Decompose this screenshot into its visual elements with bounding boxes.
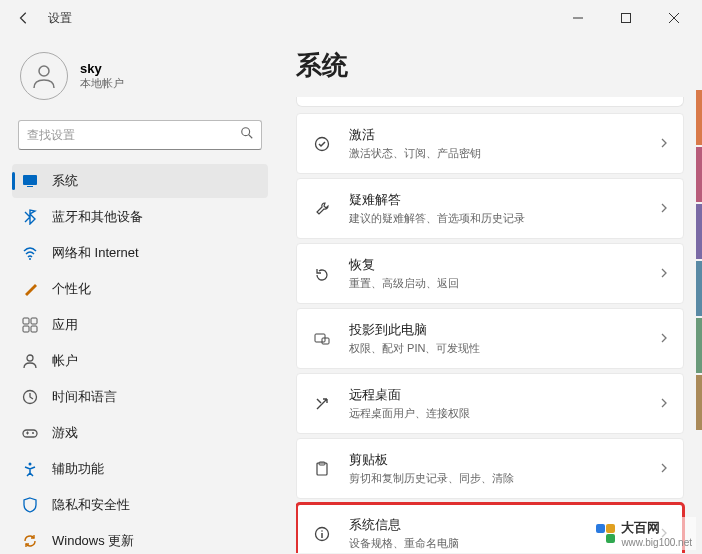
svg-rect-16 xyxy=(23,430,37,437)
maximize-button[interactable] xyxy=(606,4,646,32)
setting-card-activation[interactable]: 激活 激活状态、订阅、产品密钥 xyxy=(296,113,684,174)
svg-point-25 xyxy=(321,530,323,532)
settings-list[interactable]: 激活 激活状态、订阅、产品密钥 疑难解答 建议的疑难解答、首选项和历史记录 恢复… xyxy=(296,97,698,553)
card-overflow-stub xyxy=(296,97,684,107)
card-subtitle: 激活状态、订阅、产品密钥 xyxy=(349,146,643,161)
svg-point-17 xyxy=(32,432,34,434)
svg-rect-7 xyxy=(23,175,37,185)
svg-rect-13 xyxy=(31,326,37,332)
card-subtitle: 建议的疑难解答、首选项和历史记录 xyxy=(349,211,643,226)
card-title: 投影到此电脑 xyxy=(349,321,643,339)
sidebar-item-label: 游戏 xyxy=(52,424,78,442)
decorative-edge xyxy=(696,90,702,432)
minimize-button[interactable] xyxy=(558,4,598,32)
svg-rect-10 xyxy=(23,318,29,324)
clock-icon xyxy=(22,389,38,405)
svg-rect-11 xyxy=(31,318,37,324)
sidebar-item-gaming[interactable]: 游戏 xyxy=(12,416,268,450)
user-profile[interactable]: sky 本地帐户 xyxy=(12,44,268,116)
card-title: 恢复 xyxy=(349,256,643,274)
card-subtitle: 重置、高级启动、返回 xyxy=(349,276,643,291)
svg-point-4 xyxy=(39,66,49,76)
svg-point-5 xyxy=(242,128,250,136)
sidebar-item-label: Windows 更新 xyxy=(52,532,134,550)
sidebar-item-label: 隐私和安全性 xyxy=(52,496,130,514)
chevron-right-icon xyxy=(659,462,669,476)
sidebar-item-label: 辅助功能 xyxy=(52,460,104,478)
sidebar-item-label: 应用 xyxy=(52,316,78,334)
chevron-right-icon xyxy=(659,267,669,281)
svg-point-14 xyxy=(27,355,33,361)
chevron-right-icon xyxy=(659,202,669,216)
bluetooth-icon xyxy=(22,209,38,225)
sidebar-item-accessibility[interactable]: 辅助功能 xyxy=(12,452,268,486)
card-subtitle: 权限、配对 PIN、可发现性 xyxy=(349,341,643,356)
chevron-right-icon xyxy=(659,397,669,411)
user-name: sky xyxy=(80,61,124,76)
svg-point-9 xyxy=(29,258,31,260)
monitor-icon xyxy=(22,173,38,189)
recovery-icon xyxy=(311,266,333,282)
search-input[interactable] xyxy=(18,120,262,150)
page-title: 系统 xyxy=(296,48,698,83)
setting-card-recovery[interactable]: 恢复 重置、高级启动、返回 xyxy=(296,243,684,304)
shield-icon xyxy=(22,497,38,513)
wrench-icon xyxy=(311,201,333,217)
search-icon xyxy=(240,126,254,144)
svg-rect-12 xyxy=(23,326,29,332)
window-title: 设置 xyxy=(48,10,72,27)
setting-card-remote[interactable]: 远程桌面 远程桌面用户、连接权限 xyxy=(296,373,684,434)
card-title: 疑难解答 xyxy=(349,191,643,209)
brush-icon xyxy=(22,281,38,297)
remote-icon xyxy=(311,396,333,412)
close-button[interactable] xyxy=(654,4,694,32)
project-icon xyxy=(311,331,333,347)
chevron-right-icon xyxy=(659,332,669,346)
sidebar-item-label: 时间和语言 xyxy=(52,388,117,406)
sidebar-item-personalization[interactable]: 个性化 xyxy=(12,272,268,306)
svg-point-18 xyxy=(29,463,32,466)
card-subtitle: 远程桌面用户、连接权限 xyxy=(349,406,643,421)
setting-card-clipboard[interactable]: 剪贴板 剪切和复制历史记录、同步、清除 xyxy=(296,438,684,499)
sidebar-item-network[interactable]: 网络和 Internet xyxy=(12,236,268,270)
game-icon xyxy=(22,425,38,441)
sidebar-item-label: 蓝牙和其他设备 xyxy=(52,208,143,226)
svg-line-6 xyxy=(249,135,253,139)
sidebar-item-apps[interactable]: 应用 xyxy=(12,308,268,342)
check-circle-icon xyxy=(311,136,333,152)
setting-card-project[interactable]: 投影到此电脑 权限、配对 PIN、可发现性 xyxy=(296,308,684,369)
clipboard-icon xyxy=(311,461,333,477)
sidebar-item-label: 网络和 Internet xyxy=(52,244,139,262)
wifi-icon xyxy=(22,245,38,261)
card-title: 远程桌面 xyxy=(349,386,643,404)
sidebar-item-label: 系统 xyxy=(52,172,78,190)
update-icon xyxy=(22,533,38,549)
user-account-type: 本地帐户 xyxy=(80,76,124,91)
card-title: 激活 xyxy=(349,126,643,144)
sidebar-item-privacy[interactable]: 隐私和安全性 xyxy=(12,488,268,522)
sidebar-item-update[interactable]: Windows 更新 xyxy=(12,524,268,554)
sidebar-item-bluetooth[interactable]: 蓝牙和其他设备 xyxy=(12,200,268,234)
chevron-right-icon xyxy=(659,137,669,151)
svg-rect-8 xyxy=(27,186,33,187)
back-button[interactable] xyxy=(8,2,40,34)
svg-rect-1 xyxy=(622,14,631,23)
watermark: 大百网 www.big100.net xyxy=(592,517,696,550)
card-title: 剪贴板 xyxy=(349,451,643,469)
person-icon xyxy=(22,353,38,369)
access-icon xyxy=(22,461,38,477)
card-subtitle: 剪切和复制历史记录、同步、清除 xyxy=(349,471,643,486)
info-icon xyxy=(311,526,333,542)
sidebar-item-time[interactable]: 时间和语言 xyxy=(12,380,268,414)
sidebar-item-system[interactable]: 系统 xyxy=(12,164,268,198)
setting-card-troubleshoot[interactable]: 疑难解答 建议的疑难解答、首选项和历史记录 xyxy=(296,178,684,239)
sidebar-item-label: 帐户 xyxy=(52,352,78,370)
sidebar-item-accounts[interactable]: 帐户 xyxy=(12,344,268,378)
grid-icon xyxy=(22,317,38,333)
avatar-icon xyxy=(20,52,68,100)
sidebar-item-label: 个性化 xyxy=(52,280,91,298)
